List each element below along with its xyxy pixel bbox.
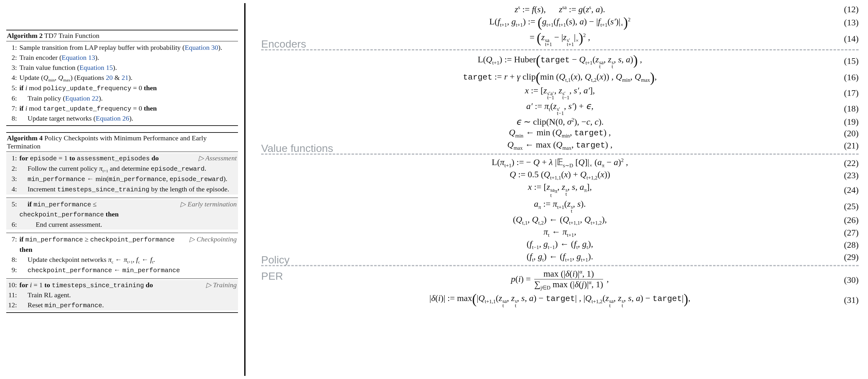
equation-number: (19) — [844, 117, 859, 126]
line-number: 5: — [6, 83, 20, 93]
line-number: 7: — [6, 234, 20, 244]
equation-row: PERp(i) = max (|δ(i)|α, 1)∑j∈D max (|δ(j… — [261, 269, 859, 290]
equation-row: L(ft+1, gt+1) := (gt+1(ft+1(s), a) − |ft… — [261, 16, 859, 29]
alg-line: 7:if i mod target_update_frequency = 0 t… — [6, 104, 238, 114]
line-number: 10: — [6, 280, 20, 290]
equation-row: target := r + γ clip(min (Qt,1(x), Qt,2(… — [261, 71, 859, 84]
line-number: 3: — [6, 63, 20, 73]
equation-body: L(πt+1) := − Q + λ |𝔼s∼D [Q]|× (aπ − a)2… — [492, 158, 628, 169]
equation-number: (23) — [844, 171, 859, 180]
line-text: Reset min_performance. — [20, 300, 237, 311]
algorithm-4-body: 1:for episode = 1 to assessment_episodes… — [6, 152, 238, 313]
line-text: for episode = 1 to assessment_episodes d… — [20, 153, 195, 164]
algorithm-4-title: Algorithm 4 Policy Checkpoints with Mini… — [6, 132, 238, 152]
algorithm-2-body: 1:Sample transition from LAP replay buff… — [6, 41, 238, 126]
equation-number: (16) — [844, 73, 859, 82]
equation-link[interactable]: Equation 30 — [185, 43, 218, 51]
line-text: if min_performance ≤ checkpoint_performa… — [20, 199, 177, 220]
line-number: 9: — [6, 265, 20, 275]
equation-number: (14) — [844, 34, 859, 43]
alg-group-separator — [6, 195, 238, 198]
equation-number: (15) — [844, 57, 859, 65]
line-text: if i mod target_update_frequency = 0 the… — [20, 104, 237, 114]
line-number: 6: — [6, 93, 20, 104]
line-text: Train value function (Equation 15). — [20, 63, 237, 73]
equation-number: (27) — [844, 228, 859, 237]
equation-row: L(πt+1) := − Q + λ |𝔼s∼D [Q]|× (aπ − a)2… — [261, 158, 859, 169]
alg-group-separator — [6, 275, 238, 279]
equation-number: (30) — [844, 275, 859, 284]
algorithm-2-title-bold: Algorithm 2 — [7, 32, 42, 39]
equation-link[interactable]: Equation 22 — [65, 94, 99, 102]
equation-row: πt ← πt+1,(27) — [261, 227, 859, 238]
equation-row: (Qt,1, Qt,2) ← (Qt+1,1, Qt+1,2),(26) — [261, 215, 859, 226]
line-number: 8: — [6, 113, 20, 123]
alg-line: 9:checkpoint_performance ← min_performan… — [6, 265, 238, 275]
equation-body: x := [zsaπt, zst, s, aπ], — [528, 183, 592, 198]
equation-row: x := [zsaπt, zst, s, aπ],(24) — [261, 183, 859, 198]
alg-line: 5:if i mod policy_update_frequency = 0 t… — [6, 83, 238, 93]
page-root: Algorithm 2 TD7 Train Function 1:Sample … — [0, 0, 868, 379]
line-number: 4: — [6, 184, 20, 194]
line-text: Sample transition from LAP replay buffer… — [20, 42, 237, 53]
line-text: End current assessment. — [20, 220, 237, 230]
section-label-pol: Policy — [261, 254, 290, 266]
alg-line: 10:for i = 1 to timesteps_since_training… — [6, 280, 238, 290]
equation-body: target := r + γ clip(min (Qt,1(x), Qt,2(… — [463, 71, 657, 84]
algorithm-4-title-bold: Algorithm 4 — [7, 134, 42, 142]
alg-line: 3:Train value function (Equation 15). — [6, 63, 238, 73]
line-number: 3: — [6, 174, 20, 184]
equation-body: p(i) = max (|δ(i)|α, 1)∑j∈D max (|δ(j)|α… — [511, 269, 609, 290]
equation-link[interactable]: Equation 13 — [62, 54, 95, 61]
line-text: min_performance ← min(min_performance, e… — [20, 174, 237, 184]
equation-body: x := [zs′a′t−1, zs′t−1, s′, a′], — [525, 86, 595, 100]
equation-row: x := [zs′a′t−1, zs′t−1, s′, a′],(17) — [261, 86, 859, 100]
equation-row: (ft−1, gt−1) ← (ft, gt),(28) — [261, 240, 859, 250]
alg-line: 7:if min_performance ≥ checkpoint_perfor… — [6, 234, 238, 255]
algorithm-4: Algorithm 4 Policy Checkpoints with Mini… — [6, 132, 238, 313]
line-number: 7: — [6, 104, 20, 113]
alg-group-separator — [6, 230, 238, 233]
phase-comment: ▷ Training — [206, 280, 237, 290]
dashed-rule — [261, 153, 859, 155]
alg-line: 5:if min_performance ≤ checkpoint_perfor… — [6, 199, 238, 220]
line-text: Update target networks (Equation 26). — [20, 113, 237, 123]
equation-row: ϵ ∼ clip(N(0, σ2), −c, c).(19) — [261, 117, 859, 126]
line-text: if min_performance ≥ checkpoint_performa… — [20, 234, 186, 255]
equation-body: Qmin ← min (Qmin, target) , — [509, 128, 611, 139]
equation-body: Qmax ← max (Qmax, target) , — [507, 140, 613, 151]
equation-row: (ft, gt) ← (ft+1, gt+1).(29) — [261, 252, 859, 262]
equation-body: zs := f(s), zsa := g(zs, a). — [515, 5, 605, 14]
dashed-rule — [261, 265, 859, 266]
line-text: for i = 1 to timesteps_since_training do — [20, 280, 203, 290]
equation-link[interactable]: 21 — [122, 74, 128, 82]
alg-line: 1:Sample transition from LAP replay buff… — [6, 42, 238, 53]
equation-row: = (zsat+1 − |zs′t+1|×)2 ,(14) — [261, 31, 859, 47]
line-number: 8: — [6, 255, 20, 265]
line-number: 1: — [6, 42, 20, 53]
algorithm-2-title-rest: TD7 Train Function — [42, 32, 99, 39]
line-text: if i mod policy_update_frequency = 0 the… — [20, 83, 237, 93]
equation-link[interactable]: Equation 26 — [96, 114, 129, 122]
equation-row: |δ(i)| := max(|Qt+1,1(zsat, zst, s, a) −… — [261, 292, 859, 308]
equation-number: (18) — [844, 104, 859, 113]
equation-body: (ft, gt) ← (ft+1, gt+1). — [527, 252, 593, 262]
line-number: 12: — [6, 300, 20, 310]
alg-line: 4:Increment timesteps_since_training by … — [6, 184, 238, 195]
equation-link[interactable]: Equation 15 — [80, 64, 113, 71]
equation-number: (24) — [844, 186, 859, 195]
equation-row: Qmax ← max (Qmax, target) ,(21) — [261, 140, 859, 151]
equation-row: L(Qt+1) := Huber(target − Qt+1(zsat, zst… — [261, 54, 859, 69]
equation-link[interactable]: 20 — [106, 74, 113, 82]
phase-comment: ▷ Checkpointing — [189, 234, 237, 244]
line-text: Update (Qmin, Qmax) (Equations 20 & 21). — [20, 73, 237, 83]
equation-number: (12) — [844, 5, 859, 14]
line-text: Train policy (Equation 22). — [20, 93, 237, 104]
equation-number: (28) — [844, 240, 859, 249]
alg-line: 6:Train policy (Equation 22). — [6, 93, 238, 104]
equation-number: (31) — [844, 296, 859, 304]
algorithm-2-title: Algorithm 2 TD7 Train Function — [6, 30, 238, 41]
alg-line: 2:Follow the current policy πt+1 and det… — [6, 164, 238, 174]
line-text: Increment timesteps_since_training by th… — [20, 184, 237, 195]
equation-body: |δ(i)| := max(|Qt+1,1(zsat, zst, s, a) −… — [429, 292, 690, 308]
